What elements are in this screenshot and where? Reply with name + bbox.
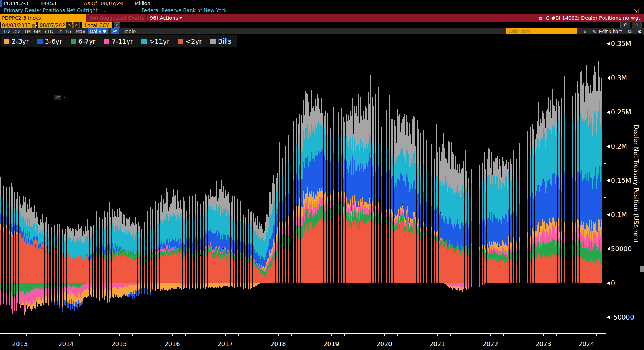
legend-swatch [178, 39, 183, 44]
step-forward-button[interactable]: > [73, 22, 80, 28]
last-value: 14453 [40, 0, 56, 6]
legend-item-bills[interactable]: Bills [210, 38, 231, 45]
line-chart-icon[interactable] [111, 28, 119, 35]
range-1d[interactable]: 1D [3, 29, 10, 34]
legend-item-3-6yr[interactable]: 3-6yr [37, 38, 62, 45]
svg-text:2013: 2013 [12, 340, 28, 348]
legend-swatch [4, 39, 9, 44]
ticker-label: PDPPC2-3 [4, 0, 28, 6]
range-max[interactable]: Max [76, 29, 85, 34]
svg-text:2020: 2020 [377, 340, 392, 348]
date-from-input[interactable]: 04/03/2013▦ [1, 22, 36, 28]
svg-text:-50000: -50000 [611, 314, 634, 321]
chart-area: 0.35M0.3M0.25M0.2M0.15M0.1M500000-50000D… [0, 34, 644, 350]
as-of-label: As Of [84, 0, 97, 6]
divider [146, 14, 147, 22]
toolbar-right-cluster: « ✎ Edit Chart ⧉ ⚙ [579, 29, 642, 34]
svg-text:2014: 2014 [58, 340, 74, 348]
svg-text:2016: 2016 [164, 340, 180, 348]
calendar-icon[interactable]: ▦ [32, 23, 35, 28]
range-1m[interactable]: 1M [24, 29, 31, 34]
legend-swatch [210, 39, 216, 44]
currency-dropdown-icon[interactable]: ▾ [114, 22, 120, 28]
svg-text:2015: 2015 [111, 340, 127, 348]
range-6m[interactable]: 6M [34, 29, 41, 34]
legend-swatch [141, 39, 147, 44]
range-3d[interactable]: 3D [13, 29, 20, 34]
legend-swatch [71, 39, 76, 44]
collapse-panel-button[interactable]: « [583, 29, 586, 34]
legend-swatch [37, 39, 43, 44]
actions-button[interactable]: 96) Actions ▾ [150, 15, 182, 21]
svg-text:0.25M: 0.25M [611, 108, 631, 116]
header-row-description: Primary Dealer Positions Net Outright L.… [0, 7, 644, 14]
svg-text:2021: 2021 [430, 340, 445, 348]
svg-text:0.2M: 0.2M [611, 143, 627, 150]
panel-number-stripe [0, 0, 2, 7]
legend-item-7-11yr[interactable]: 7-11yr [104, 38, 133, 45]
table-button[interactable]: Table [124, 29, 136, 34]
svg-text:2023: 2023 [536, 340, 551, 348]
series-description-link[interactable]: Primary Dealer Positions Net Outright L.… [4, 7, 107, 13]
step-back-button[interactable]: < [66, 22, 72, 28]
svg-text:Dealer Net Treasury Position (: Dealer Net Treasury Position (US$mm) [632, 124, 640, 242]
annotate-icon[interactable]: ⧉ [628, 29, 632, 34]
date-separator: - [35, 22, 37, 28]
unit-label: Million [134, 0, 151, 6]
frequency-select[interactable]: Daily ▼ [88, 28, 108, 35]
add-data-input[interactable]: Add Data [506, 28, 577, 35]
range-ytd[interactable]: YTD [44, 29, 53, 34]
svg-text:0: 0 [611, 279, 615, 287]
command-bar: PDPPC2-3 Index 94) Suggested Charts ▾ 96… [0, 14, 644, 22]
range-5y[interactable]: 5Y [66, 29, 72, 34]
share-icon[interactable]: ⧉ [539, 15, 542, 21]
svg-text:2024: 2024 [578, 340, 594, 348]
chart-legend: 2-3yr 3-6yr 6-7yr 7-11yr >11yr <2yr Bill… [1, 35, 237, 47]
settings-gear-icon[interactable]: ⚙ [637, 29, 642, 34]
suggested-charts-button[interactable]: 94) Suggested Charts ▾ [90, 15, 148, 21]
currency-select[interactable]: Local CCY [82, 22, 112, 28]
chart-tag: ⧉G #BI 14092: Dealer Positions no-wgt [539, 15, 640, 21]
legend-item-gt11yr[interactable]: >11yr [141, 38, 169, 45]
stacked-bar-chart[interactable]: 0.35M0.3M0.25M0.2M0.15M0.1M500000-50000D… [0, 34, 644, 350]
chart-type-caret-icon[interactable]: ▾ [64, 96, 65, 99]
security-input[interactable]: PDPPC2-3 Index [0, 14, 86, 22]
svg-text:0.15M: 0.15M [611, 177, 631, 184]
legend-item-6-7yr[interactable]: 6-7yr [71, 38, 96, 45]
redo-button[interactable]: ↷ [632, 22, 642, 28]
svg-text:50000: 50000 [611, 245, 632, 253]
legend-item-2-3yr[interactable]: 2-3yr [4, 38, 29, 45]
svg-text:2017: 2017 [217, 340, 233, 348]
undo-button[interactable]: ↶ [620, 22, 630, 28]
legend-item-lt2yr[interactable]: <2yr [178, 38, 202, 45]
pencil-icon[interactable]: ✎ [592, 29, 596, 34]
as-of-date: 08/07/24 [101, 0, 123, 6]
chart-toolbar: 1D 3D 1M 6M YTD 1Y 5Y Max Daily ▼ Table … [0, 28, 644, 35]
scrollbar-fragment[interactable] [640, 266, 644, 272]
source-link[interactable]: Federal Reserve Bank of New York [141, 7, 226, 13]
legend-swatch [104, 39, 109, 44]
svg-text:2018: 2018 [271, 340, 286, 348]
header-row-security: PDPPC2-3 14453 As Of 08/07/24 Million [0, 0, 644, 7]
svg-text:2019: 2019 [324, 340, 339, 348]
chart-type-widget[interactable] [54, 95, 61, 100]
svg-text:0.3M: 0.3M [611, 74, 627, 82]
edit-chart-button[interactable]: Edit Chart [599, 29, 622, 34]
range-1y[interactable]: 1Y [56, 29, 62, 34]
svg-text:2022: 2022 [483, 340, 498, 348]
svg-text:0.1M: 0.1M [611, 211, 627, 219]
date-range-bar: 04/03/2013▦ - 08/07/2024▦ < > Local CCY … [0, 22, 644, 28]
svg-text:0.35M: 0.35M [611, 40, 631, 48]
divider [181, 14, 181, 22]
